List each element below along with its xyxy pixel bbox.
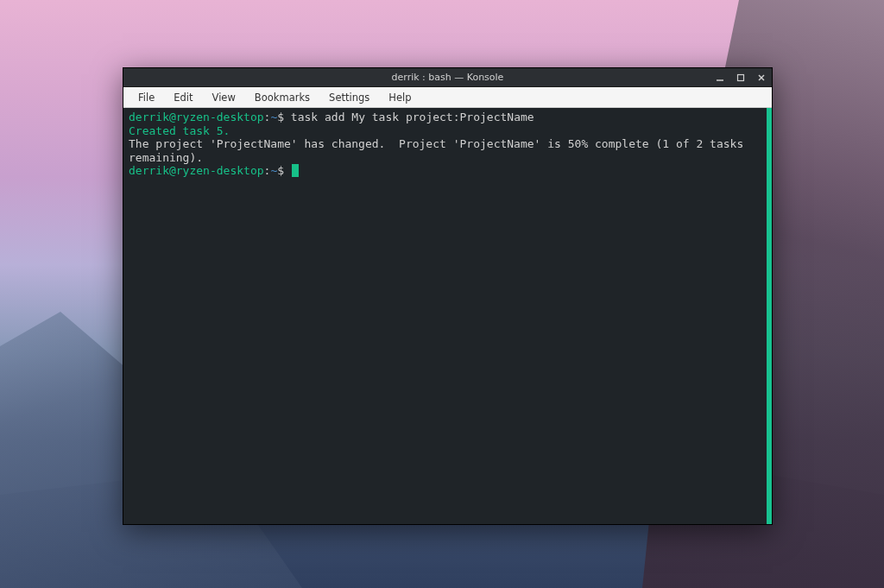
prompt-user-host: derrik@ryzen-desktop xyxy=(129,164,264,177)
menu-edit[interactable]: Edit xyxy=(164,89,202,106)
terminal-cursor xyxy=(292,164,299,177)
window-titlebar[interactable]: derrik : bash — Konsole xyxy=(123,68,772,87)
command-text: task add My task project:ProjectName xyxy=(291,111,534,123)
terminal-line-prompt-active: derrik@ryzen-desktop:~$ xyxy=(129,164,767,178)
prompt-symbol: $ xyxy=(277,111,284,123)
menu-settings[interactable]: Settings xyxy=(319,89,379,106)
menu-file[interactable]: File xyxy=(129,89,164,106)
menu-bookmarks[interactable]: Bookmarks xyxy=(245,89,319,106)
terminal-body[interactable]: derrik@ryzen-desktop:~$ task add My task… xyxy=(123,108,772,524)
window-controls xyxy=(713,68,768,86)
prompt-user-host: derrik@ryzen-desktop xyxy=(129,111,264,123)
menu-view[interactable]: View xyxy=(203,89,245,106)
window-title: derrik : bash — Konsole xyxy=(392,72,504,83)
minimize-button[interactable] xyxy=(713,71,727,85)
terminal-scrollbar[interactable] xyxy=(767,108,772,524)
prompt-symbol: $ xyxy=(277,164,284,177)
svg-rect-1 xyxy=(738,74,744,80)
terminal-output-created: Created task 5. xyxy=(129,124,767,138)
terminal-line-prompt: derrik@ryzen-desktop:~$ task add My task… xyxy=(129,111,767,124)
close-button[interactable] xyxy=(755,71,768,85)
maximize-button[interactable] xyxy=(734,71,748,85)
terminal-output-project: The project 'ProjectName' has changed. P… xyxy=(129,137,767,164)
menubar: File Edit View Bookmarks Settings Help xyxy=(123,87,772,108)
menu-help[interactable]: Help xyxy=(379,89,420,106)
konsole-window: derrik : bash — Konsole File Edit View B… xyxy=(123,67,773,525)
